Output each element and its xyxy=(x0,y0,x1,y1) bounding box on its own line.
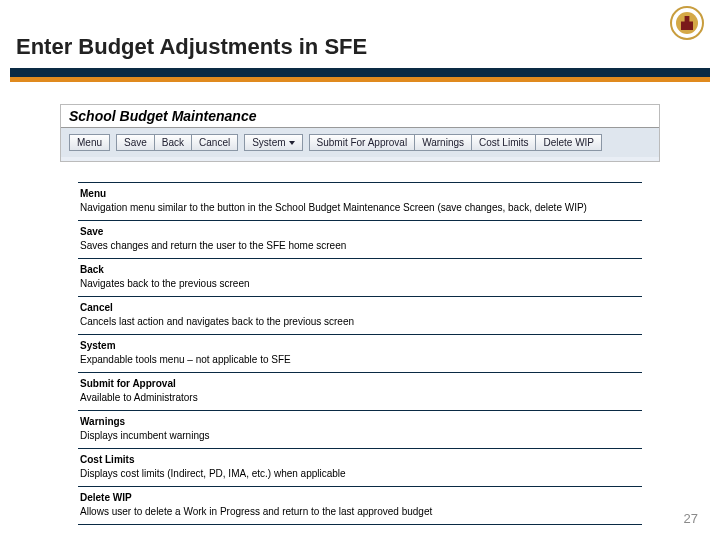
cost-limits-button[interactable]: Cost Limits xyxy=(472,134,536,151)
page-title: Enter Budget Adjustments in SFE xyxy=(16,34,367,60)
window-title: School Budget Maintenance xyxy=(61,105,659,128)
delete-wip-button[interactable]: Delete WIP xyxy=(536,134,602,151)
definition-desc: Navigates back to the previous screen xyxy=(80,276,640,290)
rule-dark xyxy=(10,68,710,77)
definition-row: Menu Navigation menu similar to the butt… xyxy=(78,182,642,220)
definition-desc: Expandable tools menu – not applicable t… xyxy=(80,352,640,366)
toolbar: Menu Save Back Cancel System Submit For … xyxy=(61,128,659,157)
definition-row: Back Navigates back to the previous scre… xyxy=(78,258,642,296)
back-button[interactable]: Back xyxy=(155,134,192,151)
definition-desc: Saves changes and return the user to the… xyxy=(80,238,640,252)
org-logo-figure xyxy=(681,16,693,30)
definition-row: Warnings Displays incumbent warnings xyxy=(78,410,642,448)
definition-term: Warnings xyxy=(80,415,640,428)
menu-button[interactable]: Menu xyxy=(69,134,110,151)
definition-term: System xyxy=(80,339,640,352)
definition-term: Cancel xyxy=(80,301,640,314)
toolbar-group-actions: Submit For Approval Warnings Cost Limits… xyxy=(309,134,603,151)
chevron-down-icon xyxy=(289,141,295,145)
definition-row: Save Saves changes and return the user t… xyxy=(78,220,642,258)
definition-row: Cancel Cancels last action and navigates… xyxy=(78,296,642,334)
definition-term: Back xyxy=(80,263,640,276)
warnings-button[interactable]: Warnings xyxy=(415,134,472,151)
definitions-list: Menu Navigation menu similar to the butt… xyxy=(78,182,642,525)
definition-row: System Expandable tools menu – not appli… xyxy=(78,334,642,372)
org-logo xyxy=(670,6,704,40)
system-button[interactable]: System xyxy=(244,134,302,151)
definition-row: Delete WIP Allows user to delete a Work … xyxy=(78,486,642,525)
definition-desc: Navigation menu similar to the button in… xyxy=(80,200,640,214)
definition-desc: Available to Administrators xyxy=(80,390,640,404)
definition-desc: Displays cost limits (Indirect, PD, IMA,… xyxy=(80,466,640,480)
rule-orange xyxy=(10,77,710,82)
cancel-button[interactable]: Cancel xyxy=(192,134,238,151)
app-screenshot: School Budget Maintenance Menu Save Back… xyxy=(60,104,660,162)
page-number: 27 xyxy=(684,511,698,526)
definition-row: Submit for Approval Available to Adminis… xyxy=(78,372,642,410)
definition-desc: Allows user to delete a Work in Progress… xyxy=(80,504,640,518)
definition-term: Delete WIP xyxy=(80,491,640,504)
definition-desc: Displays incumbent warnings xyxy=(80,428,640,442)
submit-for-approval-button[interactable]: Submit For Approval xyxy=(309,134,416,151)
toolbar-group-nav: Save Back Cancel xyxy=(116,134,238,151)
definition-desc: Cancels last action and navigates back t… xyxy=(80,314,640,328)
definition-term: Save xyxy=(80,225,640,238)
definition-term: Cost Limits xyxy=(80,453,640,466)
definition-term: Menu xyxy=(80,187,640,200)
org-logo-inner xyxy=(676,12,698,34)
system-button-label: System xyxy=(252,137,285,148)
definition-row: Cost Limits Displays cost limits (Indire… xyxy=(78,448,642,486)
save-button[interactable]: Save xyxy=(116,134,155,151)
definition-term: Submit for Approval xyxy=(80,377,640,390)
